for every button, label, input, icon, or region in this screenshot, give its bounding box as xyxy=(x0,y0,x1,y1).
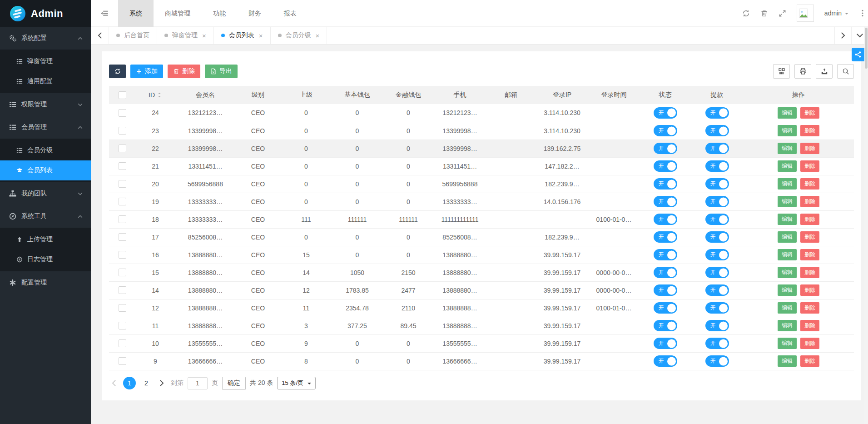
row-checkbox[interactable] xyxy=(119,233,126,241)
status-toggle[interactable]: 开 xyxy=(654,143,677,154)
sidebar-item-log-management[interactable]: 日志管理 xyxy=(0,249,91,269)
topnav-item-system[interactable]: 系统 xyxy=(118,0,154,27)
export-data-button[interactable] xyxy=(816,64,833,79)
withdraw-toggle[interactable]: 开 xyxy=(705,160,729,172)
edit-button[interactable]: 编辑 xyxy=(778,249,797,260)
tab-close-icon[interactable]: × xyxy=(259,32,263,40)
topnav-item-reports[interactable]: 报表 xyxy=(273,0,308,27)
row-checkbox[interactable] xyxy=(119,322,126,329)
delete-button[interactable]: 删除 xyxy=(800,125,819,136)
status-toggle[interactable]: 开 xyxy=(654,284,677,296)
sidebar-item-config-management[interactable]: 配置管理 xyxy=(0,271,91,294)
status-toggle[interactable]: 开 xyxy=(654,338,677,349)
delete-button[interactable]: 删除 xyxy=(800,231,819,243)
edit-button[interactable]: 编辑 xyxy=(778,107,797,119)
withdraw-toggle[interactable]: 开 xyxy=(705,125,729,136)
sidebar-item-member-grading[interactable]: 会员分级 xyxy=(0,140,91,160)
add-button[interactable]: 添加 xyxy=(130,65,163,78)
page-number-1[interactable]: 1 xyxy=(123,377,136,389)
edit-button[interactable]: 编辑 xyxy=(778,214,797,225)
goto-confirm-button[interactable]: 确定 xyxy=(222,377,246,390)
sort-icon[interactable] xyxy=(157,92,162,98)
goto-page-input[interactable] xyxy=(188,377,208,389)
status-toggle[interactable]: 开 xyxy=(654,302,677,314)
edit-button[interactable]: 编辑 xyxy=(778,284,797,296)
status-toggle[interactable]: 开 xyxy=(654,249,677,260)
status-toggle[interactable]: 开 xyxy=(654,107,677,119)
brand-logo[interactable]: Admin xyxy=(0,0,91,27)
withdraw-toggle[interactable]: 开 xyxy=(705,320,729,331)
search-toggle-button[interactable] xyxy=(837,64,854,79)
delete-button[interactable]: 删除 xyxy=(800,107,819,119)
refresh-table-button[interactable] xyxy=(109,65,126,78)
sidebar-collapse-button[interactable] xyxy=(91,0,118,26)
edit-button[interactable]: 编辑 xyxy=(778,267,797,278)
topnav-item-mall-management[interactable]: 商城管理 xyxy=(154,0,202,27)
row-checkbox[interactable] xyxy=(119,162,126,170)
sidebar-item-general-config[interactable]: 通用配置 xyxy=(0,71,91,91)
tabs-scroll-right-button[interactable] xyxy=(834,27,851,44)
status-toggle[interactable]: 开 xyxy=(654,125,677,136)
tab-close-icon[interactable]: × xyxy=(316,32,320,40)
edit-button[interactable]: 编辑 xyxy=(778,143,797,154)
tab-member-list[interactable]: 会员列表× xyxy=(214,27,271,44)
fullscreen-icon[interactable] xyxy=(779,10,786,17)
withdraw-toggle[interactable]: 开 xyxy=(705,196,729,207)
export-button[interactable]: 导出 xyxy=(205,65,238,78)
sidebar-item-permission-management[interactable]: 权限管理 xyxy=(0,93,91,116)
row-checkbox[interactable] xyxy=(119,109,126,117)
topnav-item-finance[interactable]: 财务 xyxy=(237,0,273,27)
delete-button[interactable]: 删除 xyxy=(800,160,819,172)
tab-member-grading[interactable]: 会员分级× xyxy=(271,27,327,44)
status-toggle[interactable]: 开 xyxy=(654,231,677,243)
status-toggle[interactable]: 开 xyxy=(654,355,677,367)
edit-button[interactable]: 编辑 xyxy=(778,160,797,172)
sidebar-item-my-team[interactable]: 我的团队 xyxy=(0,182,91,205)
sidebar-item-member-list[interactable]: 会员列表 xyxy=(0,160,91,180)
withdraw-toggle[interactable]: 开 xyxy=(705,355,729,367)
tabs-scroll-left-button[interactable] xyxy=(91,27,109,44)
delete-button[interactable]: 删除 xyxy=(800,338,819,349)
sidebar-item-system-config[interactable]: 系统配置 xyxy=(0,27,91,50)
delete-button[interactable]: 删除 xyxy=(800,267,819,278)
delete-button[interactable]: 删除 xyxy=(800,302,819,314)
kebab-menu-icon[interactable] xyxy=(859,10,866,17)
quick-link-button[interactable] xyxy=(852,48,864,61)
status-toggle[interactable]: 开 xyxy=(654,160,677,172)
select-all-checkbox[interactable] xyxy=(119,91,126,99)
row-checkbox[interactable] xyxy=(119,269,126,276)
sidebar-item-system-tools[interactable]: 系统工具 xyxy=(0,205,91,228)
withdraw-toggle[interactable]: 开 xyxy=(705,178,729,190)
user-menu[interactable]: admin xyxy=(824,10,848,17)
tab-close-icon[interactable]: × xyxy=(202,32,206,40)
columns-toggle-button[interactable] xyxy=(773,64,790,79)
status-toggle[interactable]: 开 xyxy=(654,320,677,331)
withdraw-toggle[interactable]: 开 xyxy=(705,107,729,119)
delete-button[interactable]: 删除 xyxy=(800,284,819,296)
delete-button[interactable]: 删除 xyxy=(800,249,819,260)
row-checkbox[interactable] xyxy=(119,180,126,188)
row-checkbox[interactable] xyxy=(119,215,126,223)
status-toggle[interactable]: 开 xyxy=(654,214,677,225)
row-checkbox[interactable] xyxy=(119,251,126,259)
edit-button[interactable]: 编辑 xyxy=(778,338,797,349)
row-checkbox[interactable] xyxy=(119,304,126,312)
edit-button[interactable]: 编辑 xyxy=(778,231,797,243)
trash-icon[interactable] xyxy=(760,10,768,17)
edit-button[interactable]: 编辑 xyxy=(778,355,797,367)
tab-popup-management[interactable]: 弹窗管理× xyxy=(157,27,214,44)
row-checkbox[interactable] xyxy=(119,339,126,347)
status-toggle[interactable]: 开 xyxy=(654,196,677,207)
row-checkbox[interactable] xyxy=(119,145,126,152)
delete-button[interactable]: 删除 xyxy=(800,178,819,190)
tab-home[interactable]: 后台首页 xyxy=(109,27,157,44)
avatar[interactable] xyxy=(797,5,814,22)
page-number-2[interactable]: 2 xyxy=(140,377,153,389)
row-checkbox[interactable] xyxy=(119,198,126,205)
delete-button[interactable]: 删除 xyxy=(168,65,200,78)
delete-button[interactable]: 删除 xyxy=(800,320,819,331)
edit-button[interactable]: 编辑 xyxy=(778,125,797,136)
withdraw-toggle[interactable]: 开 xyxy=(705,231,729,243)
withdraw-toggle[interactable]: 开 xyxy=(705,267,729,278)
next-page-button[interactable] xyxy=(157,379,167,387)
